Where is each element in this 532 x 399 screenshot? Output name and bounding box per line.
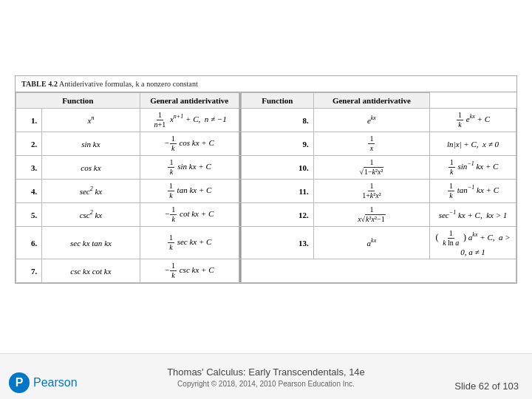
- table-title-text: Antiderivative formulas, k a nonzero con…: [58, 80, 198, 88]
- table-row: 6. sec kx tan kx 1k sec kx + C 13. akx (…: [16, 227, 516, 259]
- func-cell: sec kx tan kx: [42, 227, 140, 259]
- row-num: 1.: [16, 109, 42, 132]
- row-num: 4.: [16, 180, 42, 203]
- table-row: 7. csc kx cot kx −1k csc kx + C: [16, 259, 516, 283]
- antideriv-cell: ln|x| + C, x ≠ 0: [430, 132, 516, 156]
- func-cell: xn: [42, 109, 140, 132]
- row-num: 2.: [16, 132, 42, 156]
- table-container: TABLE 4.2 Antiderivative formulas, k a n…: [15, 75, 517, 284]
- table-row: 5. csc2 kx −1k cot kx + C 12. 1 x√k²x²−1: [16, 203, 516, 227]
- antiderivative-table: Function General antiderivative Function…: [16, 92, 516, 283]
- antideriv-cell: 1n+1 xn+1 + C, n ≠ −1: [140, 109, 239, 132]
- row-num: 6.: [16, 227, 42, 259]
- table-row: 2. sin kx −1k cos kx + C 9. 1x ln|x| + C…: [16, 132, 516, 156]
- row-num: 7.: [16, 259, 42, 283]
- func-cell: akx: [313, 227, 429, 259]
- func-cell: 1 1+k²x²: [313, 180, 429, 203]
- footer-title: Thomas' Calculus: Early Transcendentals,…: [167, 366, 365, 378]
- table-row: 4. sec2 kx 1k tan kx + C 11. 1 1+k²x²: [16, 180, 516, 203]
- antideriv-cell: 1k tan−1 kx + C: [430, 180, 516, 203]
- row-num: 5.: [16, 203, 42, 227]
- footer-slide: Slide 62 of 103: [454, 381, 519, 392]
- col-header-function-right: Function: [242, 93, 314, 109]
- antideriv-cell: −1k csc kx + C: [140, 259, 239, 283]
- table-row: 1. xn 1n+1 xn+1 + C, n ≠ −1 8. ekx 1k ek…: [16, 109, 516, 132]
- func-cell: csc kx cot kx: [42, 259, 140, 283]
- func-cell: csc2 kx: [42, 203, 140, 227]
- pearson-brand-text: Pearson: [33, 376, 78, 389]
- antideriv-cell: −1k cos kx + C: [140, 132, 239, 156]
- antideriv-cell: −1k cot kx + C: [140, 203, 239, 227]
- antideriv-cell: 1k sin−1 kx + C: [430, 156, 516, 180]
- row-num: 10.: [242, 156, 314, 180]
- func-cell: 1 √1−k²x²: [313, 156, 429, 180]
- footer-copyright: Copyright © 2018, 2014, 2010 Pearson Edu…: [177, 380, 355, 388]
- pearson-logo: P Pearson: [9, 372, 78, 393]
- func-cell: sin kx: [42, 132, 140, 156]
- antideriv-cell: 1k ekx + C: [430, 109, 516, 132]
- antideriv-cell: sec−1 kx + C, kx > 1: [430, 203, 516, 227]
- row-num: 12.: [242, 203, 314, 227]
- antideriv-cell: 1k sin kx + C: [140, 156, 239, 180]
- func-cell: cos kx: [42, 156, 140, 180]
- col-header-antideriv-left: General antiderivative: [140, 93, 239, 109]
- func-cell: 1x: [313, 132, 429, 156]
- table-row: 3. cos kx 1k sin kx + C 10. 1 √1−k²x²: [16, 156, 516, 180]
- footer: P Pearson Thomas' Calculus: Early Transc…: [0, 353, 532, 399]
- row-num: 11.: [242, 180, 314, 203]
- antideriv-cell: 1k sec kx + C: [140, 227, 239, 259]
- func-cell: 1 x√k²x²−1: [313, 203, 429, 227]
- table-title-bold: TABLE 4.2: [21, 80, 58, 88]
- table-title: TABLE 4.2 Antiderivative formulas, k a n…: [16, 76, 516, 92]
- row-num: 9.: [242, 132, 314, 156]
- func-cell: ekx: [313, 109, 429, 132]
- row-num: 8.: [242, 109, 314, 132]
- main-content: TABLE 4.2 Antiderivative formulas, k a n…: [0, 0, 532, 353]
- col-header-antideriv-right: General antiderivative: [313, 93, 429, 109]
- func-cell: sec2 kx: [42, 180, 140, 203]
- pearson-icon: P: [9, 372, 30, 393]
- empty-cell: [242, 259, 516, 283]
- col-header-function-left: Function: [16, 93, 140, 109]
- antideriv-cell: 1k tan kx + C: [140, 180, 239, 203]
- row-num: 13.: [242, 227, 314, 259]
- antideriv-cell: ( 1k ln a ) akx + C, a > 0, a ≠ 1: [430, 227, 516, 259]
- row-num: 3.: [16, 156, 42, 180]
